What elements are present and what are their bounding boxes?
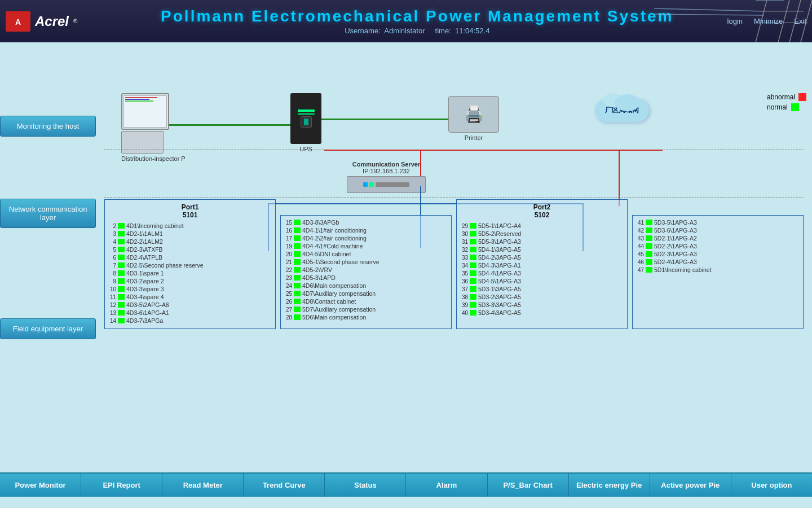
port1-title: Port1 5101 [108,203,272,219]
tab-epi-report[interactable]: EPI Report [81,474,162,497]
tab-electric-energy-pie[interactable]: Electric energy Pie [569,474,650,497]
device-entry[interactable]: 164D4-1\1#air conditioning [284,227,448,234]
sub-title: Username: Administator time: 11:04:52.4 [107,27,727,35]
line-ups-printer [321,119,451,120]
port2-box: Port2 5102 295D5-1\1APG-A4305D5-2\Reserv… [456,199,628,329]
device-entry[interactable]: 134D3-6\1APG-A1 [108,309,272,316]
diagram-area: Distribution-inspector P UPS 🖨️ Printer [104,87,804,206]
svg-line-4 [801,0,812,42]
device-entry[interactable]: 455D2-3\1APG-A3 [636,251,800,257]
device-entry[interactable]: 94D3-2\spare 2 [108,278,272,284]
device-entry[interactable]: 84D3-1\spare 1 [108,270,272,277]
logo-area: A Acrel ® [6,11,107,32]
tab-active-power-pie[interactable]: Active power Pie [650,474,731,497]
svg-line-11 [654,14,764,15]
device-entry[interactable]: 114D3-4\spare 4 [108,294,272,300]
device-entry[interactable]: 254D7\Auxiliary compensation [284,290,448,297]
device-entry[interactable]: 104D3-3\spare 3 [108,286,272,292]
device-entry[interactable]: 435D2-1\1APG-A2 [636,235,800,242]
device-entry[interactable]: 24D1\Incoming cabinet [108,222,272,229]
sidebar: Monitoring the host Network communicatio… [0,116,96,339]
tab-status[interactable]: Status [325,474,406,497]
device-entry[interactable]: 144D3-7\3APGa [108,317,272,324]
header: A Acrel ® Pollmann Electromechanical Pow… [0,0,812,42]
ports-area: Port1 5101 24D1\Incoming cabinet34D2-1\1… [104,199,804,329]
port1-box: Port1 5101 24D1\Incoming cabinet34D2-1\1… [104,199,276,329]
device-entry[interactable]: 445D2-2\1APG-A3 [636,243,800,249]
device-entry[interactable]: 475D1\Incoming cabinet [636,266,800,273]
device-entry[interactable]: 295D5-1\1APG-A4 [460,222,624,229]
ups-device: UPS [290,93,321,152]
device-entry[interactable]: 44D2-2\1ALM2 [108,238,272,245]
tab-p/s_bar-chart[interactable]: P/S_Bar Chart [488,474,569,497]
device-entry[interactable]: 325D4-1\3APG-A5 [460,246,624,253]
device-entry[interactable]: 395D3-3\3APG-A5 [460,301,624,308]
tab-user-option[interactable]: User option [731,474,812,497]
device-entry[interactable]: 305D5-2\Reserved [460,230,624,237]
tab-trend-curve[interactable]: Trend Curve [244,474,325,497]
printer-label: Printer [448,134,499,141]
device-entry[interactable]: 385D3-2\3APG-A5 [460,294,624,300]
device-entry[interactable]: 375D3-1\3APG-A5 [460,286,624,292]
port1-devices: 24D1\Incoming cabinet34D2-1\1ALM144D2-2\… [108,222,272,324]
time-value: 11:04:52.4 [455,27,489,35]
device-entry[interactable]: 204D4-5\DNI cabinet [284,251,448,257]
device-entry[interactable]: 275D7\Auxiliary compensation [284,306,448,313]
username-label: Username: [345,27,381,35]
comm-server: Communication Server IP:192.168.1.232 [347,161,426,193]
ups-label: UPS [290,146,321,152]
device-entry[interactable]: 315D5-3\1APG-A3 [460,238,624,245]
svg-text:A: A [15,17,21,27]
port1b-devices: 154D3-8\3APGb164D4-1\1#air conditioning1… [284,219,448,321]
device-entry[interactable]: 74D2-5\Second phase reserve [108,262,272,269]
device-entry[interactable]: 365D4-5\1APG-A3 [460,278,624,284]
device-entry[interactable]: 264D8\Contact cabinet [284,298,448,305]
tab-read-meter[interactable]: Read Meter [162,474,244,497]
distribution-device: Distribution-inspector P [121,93,186,162]
device-entry[interactable]: 345D4-3\3APG-A1 [460,262,624,269]
device-entry[interactable]: 415D3-5\1APG-A3 [636,219,800,226]
port2b-box: 415D3-5\1APG-A3425D3-6\1APG-A3435D2-1\1A… [632,215,804,329]
cloud-device: 厂区局域网 [595,99,649,122]
line-dist-ups [169,124,293,126]
device-entry[interactable]: 124D3-5\2APG-A6 [108,301,272,308]
printer-device: 🖨️ Printer [448,96,499,141]
device-entry[interactable]: 425D3-6\1APG-A3 [636,227,800,234]
tab-power-monitor[interactable]: Power Monitor [0,474,81,497]
device-entry[interactable]: 214D5-1\Second phase reserve [284,259,448,265]
device-entry[interactable]: 285D6\Main compensation [284,314,448,321]
device-entry[interactable]: 224D5-2\VRV [284,266,448,273]
device-entry[interactable]: 54D2-3\ATXFB [108,246,272,253]
port2b-devices: 415D3-5\1APG-A3425D3-6\1APG-A3435D2-1\1A… [636,219,800,273]
svg-line-2 [778,0,789,42]
title-area: Pollmann Electromechanical Power Managem… [107,7,727,35]
main-content: abnormal normal Monitoring the host Netw… [0,42,812,497]
device-entry[interactable]: 154D3-8\3APGb [284,219,448,226]
time-label: time: [435,27,451,35]
dashed-line-2 [104,198,804,198]
device-entry[interactable]: 355D4-4\1APG-A3 [460,270,624,277]
device-entry[interactable]: 34D2-1\1ALM1 [108,230,272,237]
device-entry[interactable]: 335D4-2\3APG-A5 [460,254,624,261]
device-entry[interactable]: 64D2-4\ATPLB [108,254,272,261]
device-entry[interactable]: 174D4-2\2#air conditioning [284,235,448,242]
tab-alarm[interactable]: Alarm [406,474,487,497]
port2-title: Port2 5102 [460,203,624,219]
svg-line-3 [789,0,801,42]
tab-bar: Power MonitorEPI ReportRead MeterTrend C… [0,472,812,497]
red-h-line [324,150,663,151]
field-equipment-button[interactable]: Field equipment layer [0,318,96,339]
device-entry[interactable]: 405D3-4\3APG-A5 [460,309,624,316]
logo-reg: ® [73,18,77,24]
svg-line-10 [654,8,764,11]
monitoring-host-button[interactable]: Monitoring the host [0,116,96,137]
device-entry[interactable]: 194D4-4\1#Cold machine [284,243,448,249]
port1b-box: 154D3-8\3APGb164D4-1\1#air conditioning1… [280,215,452,329]
logo-box: A [6,11,30,32]
device-entry[interactable]: 244D6\Main compensation [284,282,448,289]
device-entry[interactable]: 234D5-3\1APD [284,274,448,281]
logo-text: Acrel [35,14,69,29]
svg-line-5 [756,0,767,42]
network-communication-button[interactable]: Network communication layer [0,199,96,228]
device-entry[interactable]: 465D2-4\1APG-A3 [636,259,800,265]
